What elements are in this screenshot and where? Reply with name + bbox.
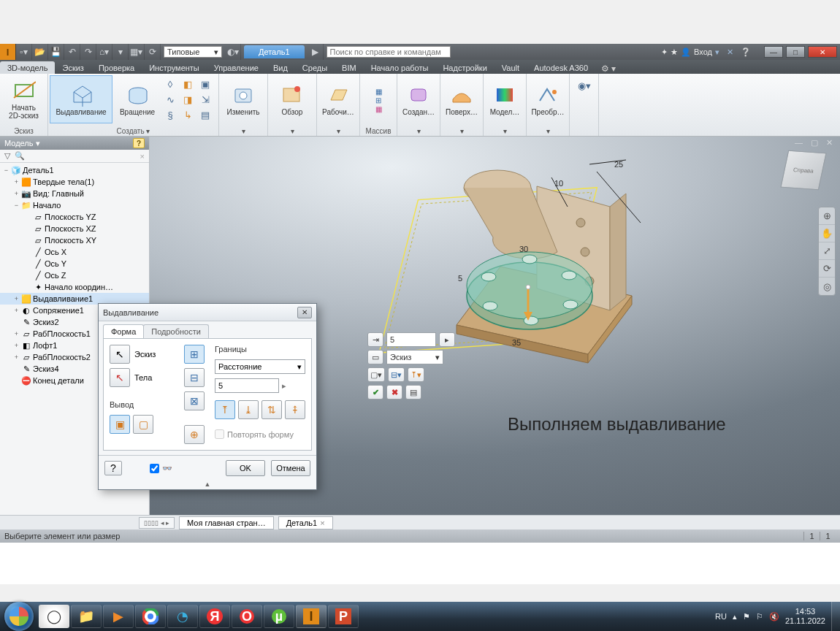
freeform-panel-button[interactable]: Создан… [399, 75, 438, 123]
close-button[interactable]: ✕ [808, 46, 837, 58]
model-panel-title[interactable]: Модель ▾ [4, 139, 40, 148]
match-shape-checkbox[interactable]: Повторять форму [215, 429, 305, 439]
tree-root[interactable]: −🧊Деталь1 [0, 164, 149, 176]
favorite-icon[interactable]: ★ [671, 47, 678, 57]
simulation-panel-button[interactable]: Модел… [485, 75, 524, 123]
tab-getstarted[interactable]: Начало работы [364, 61, 436, 74]
qat-home-icon[interactable]: ⌂▾ [96, 44, 112, 60]
login-link[interactable]: Вход [694, 47, 712, 56]
nav-lookat-icon[interactable]: ◎ [819, 278, 835, 295]
tray-clock[interactable]: 14:5321.11.2022 [785, 607, 825, 626]
tree-row[interactable]: ▱Плоскость XY [0, 234, 149, 246]
tree-row[interactable]: ╱Ось X [0, 246, 149, 258]
tab-3d-model[interactable]: 3D-модель [0, 61, 55, 74]
surface-panel-button[interactable]: Поверх… [442, 75, 481, 123]
mini-distance-icon[interactable]: ⇥ [367, 332, 383, 347]
tree-row[interactable]: +📷Вид: Главный [0, 188, 149, 199]
start-2d-sketch-button[interactable]: Начать 2D-эскиз [1, 75, 46, 123]
star-icon[interactable]: ✦ [661, 47, 668, 57]
doc-tab-part[interactable]: Деталь1× [278, 516, 333, 529]
tree-row[interactable]: ╱Ось Z [0, 269, 149, 281]
tree-row[interactable]: ▱Плоскость YZ [0, 211, 149, 223]
nav-pan-icon[interactable]: ✋ [819, 225, 835, 242]
panel-close-icon[interactable]: × [140, 152, 145, 161]
mini-direction-icon[interactable]: ⤒▾ [408, 367, 424, 382]
taskbar-opera-icon[interactable]: O [232, 605, 262, 628]
decal-icon[interactable]: ▣ [197, 77, 213, 91]
direction-asymmetric-button[interactable]: ⤉ [285, 400, 305, 419]
taskbar-chrome-icon[interactable] [135, 605, 166, 628]
pattern-panel-button[interactable]: ▦⊞▦ [362, 75, 395, 123]
tab-manage[interactable]: Управление [207, 61, 266, 74]
tray-chevron-icon[interactable]: ▴ [733, 612, 737, 622]
view-cube[interactable]: Справа [780, 150, 826, 191]
derive-icon[interactable]: ↳ [180, 107, 196, 122]
tree-row[interactable]: ▱Плоскость XZ [0, 223, 149, 234]
taskbar-inventor-icon[interactable]: I [296, 605, 327, 628]
mini-cancel-button[interactable]: ✖ [386, 385, 402, 399]
qat-open-icon[interactable]: 📂 [32, 44, 48, 60]
tab-sketch[interactable]: Эскиз [55, 61, 91, 74]
extents-distance-input[interactable]: 5 [215, 378, 279, 393]
mini-profile-icon[interactable]: ▭ [367, 350, 383, 364]
extrude-button[interactable]: Выдавливание [50, 75, 112, 123]
profile-picker-button[interactable]: ↖ [110, 345, 130, 364]
tray-volume-icon[interactable]: 🔇 [769, 612, 779, 622]
op-join-button[interactable]: ⊞ [184, 345, 205, 364]
loft-icon[interactable]: ◊ [162, 77, 178, 91]
qat-redo-icon[interactable]: ↷ [80, 44, 96, 60]
taskbar-yandex-icon[interactable]: ◯ [39, 605, 69, 628]
mdi-window-controls[interactable]: — ▢ ✕ [795, 138, 836, 148]
import-icon[interactable]: ⇲ [197, 92, 213, 107]
dialog-tab-shape[interactable]: Форма [103, 324, 144, 338]
mini-profile-combo[interactable]: Эскиз▾ [386, 350, 443, 364]
rib-icon[interactable]: ◧ [180, 77, 196, 91]
tab-tools[interactable]: Инструменты [142, 61, 207, 74]
mini-output-icon[interactable]: ▢▾ [367, 367, 385, 382]
nav-steering-icon[interactable]: ⊕ [819, 207, 835, 225]
ribbon-overflow-icon[interactable]: ◉▾ [576, 78, 592, 93]
op-cut-button[interactable]: ⊟ [184, 368, 205, 387]
extents-type-combo[interactable]: Расстояние▾ [215, 359, 305, 374]
qat-save-icon[interactable]: 💾 [48, 44, 64, 60]
tab-bim[interactable]: BIM [335, 61, 364, 74]
qat-undo-icon[interactable]: ↶ [64, 44, 80, 60]
nav-orbit-icon[interactable]: ⟳ [819, 260, 835, 278]
show-desktop-button[interactable] [831, 602, 840, 631]
taskbar-media-icon[interactable]: ▶ [103, 605, 134, 628]
tab-addins[interactable]: Надстройки [435, 61, 494, 74]
style-combo[interactable]: Типовые▾ [164, 46, 222, 58]
taskbar-yandex-search-icon[interactable]: Я [199, 605, 230, 628]
op-newsolid-button[interactable]: ⊕ [184, 425, 205, 444]
sweep-icon[interactable]: ∿ [162, 92, 178, 107]
qat-update-icon[interactable]: ⟳ [145, 44, 161, 60]
qat-appearance-icon[interactable]: ◐▾ [225, 44, 241, 60]
emboss-icon[interactable]: ◨ [180, 92, 196, 107]
mini-expand-icon[interactable]: ▤ [405, 385, 421, 399]
solids-picker-button[interactable]: ↖ [110, 368, 130, 387]
mini-operation-icon[interactable]: ⊟▾ [388, 367, 405, 382]
viewstrip-icons[interactable]: ▯▯▯▯ ◂ ▸ [139, 517, 175, 529]
tray-language[interactable]: RU [715, 612, 727, 621]
ribbon-settings-icon[interactable]: ⚙ ▾ [601, 64, 616, 74]
unwrap-icon[interactable]: ▤ [197, 107, 213, 122]
taskbar-powerpoint-icon[interactable]: P [328, 605, 359, 628]
coil-icon[interactable]: § [162, 107, 178, 122]
preview-toggle[interactable]: 👓 [150, 464, 172, 473]
mini-apply-button[interactable]: ✔ [367, 385, 383, 399]
tab-vault[interactable]: Vault [495, 61, 527, 74]
dialog-tab-more[interactable]: Подробности [143, 324, 209, 338]
mini-distance-flyout[interactable]: ▸ [439, 332, 455, 347]
dialog-close-button[interactable]: ✕ [297, 307, 312, 318]
dialog-help-button[interactable]: ? [104, 461, 122, 475]
op-intersect-button[interactable]: ⊠ [184, 391, 205, 410]
tree-row[interactable]: −📁Начало [0, 199, 149, 211]
help-search-input[interactable] [327, 46, 451, 58]
tab-inspect[interactable]: Проверка [91, 61, 142, 74]
maximize-button[interactable]: □ [786, 46, 805, 58]
workfeatures-panel-button[interactable]: Рабочи… [318, 75, 358, 123]
convert-panel-button[interactable]: Преобр… [528, 75, 568, 123]
model-panel-help-icon[interactable]: ? [133, 138, 145, 148]
output-surface-button[interactable]: ▢ [133, 415, 153, 434]
help-icon[interactable]: ❔ [741, 47, 751, 57]
